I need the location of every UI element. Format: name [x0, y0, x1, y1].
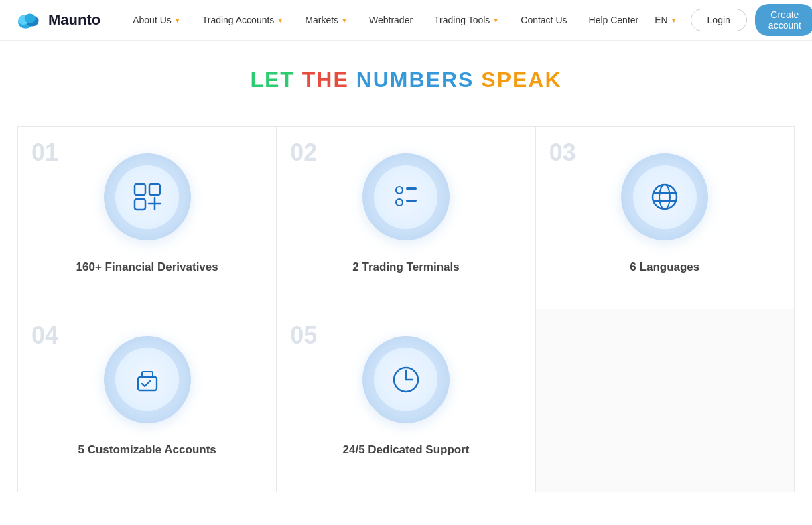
stats-top-row: 01 160+ Financial Derivatives 02	[17, 126, 795, 309]
stat-label-4: 5 Customizable Accounts	[78, 442, 216, 458]
stat-icon-inner-4	[115, 348, 179, 411]
stat-cell-3: 03 6 Languages	[536, 127, 795, 309]
title-let: LET	[250, 68, 294, 92]
stat-label-2: 2 Trading Terminals	[352, 259, 459, 275]
nav-help-center[interactable]: Help Center	[578, 0, 650, 41]
checklist-icon	[129, 361, 166, 398]
grid-plus-icon	[129, 179, 165, 215]
clock-icon	[387, 361, 425, 398]
stat-number-2: 02	[290, 139, 317, 167]
stat-icon-inner-3	[633, 165, 697, 229]
title-the: THE	[302, 68, 349, 92]
title-speak: SPEAK	[481, 68, 561, 92]
nav-about-us[interactable]: About Us ▼	[122, 0, 192, 41]
stat-icon-outer-4	[104, 336, 191, 423]
stat-icon-outer-3	[621, 153, 708, 240]
stat-icon-outer-2	[362, 153, 450, 240]
stat-label-3: 6 Languages	[630, 259, 699, 275]
svg-rect-12	[406, 200, 417, 202]
stat-icon-inner-1	[115, 165, 179, 229]
stat-cell-1: 01 160+ Financial Derivatives	[18, 127, 277, 309]
nav-markets[interactable]: Markets ▼	[294, 0, 358, 41]
logo[interactable]: Maunto	[16, 10, 100, 30]
stat-icon-inner-2	[374, 165, 437, 229]
stat-number-3: 03	[549, 139, 576, 167]
brand-name: Maunto	[48, 11, 100, 29]
svg-rect-5	[149, 184, 160, 195]
logo-icon	[16, 10, 43, 30]
nav-webtrader[interactable]: Webtrader	[358, 0, 423, 41]
svg-rect-10	[406, 188, 417, 190]
user-list-icon	[387, 178, 425, 216]
stat-cell-4: 04 5 Customizable Accounts	[18, 309, 277, 492]
trading-tools-chevron-icon: ▼	[492, 17, 499, 24]
stat-icon-outer-5	[362, 336, 450, 423]
markets-chevron-icon: ▼	[341, 17, 348, 24]
language-selector[interactable]: EN ▼	[649, 15, 682, 25]
navbar: Maunto About Us ▼ Trading Accounts ▼ Mar…	[0, 0, 812, 41]
nav-links: About Us ▼ Trading Accounts ▼ Markets ▼ …	[122, 0, 649, 41]
about-us-chevron-icon: ▼	[174, 17, 181, 24]
stat-cell-2: 02 2 Trading Terminals	[277, 127, 535, 309]
svg-rect-18	[142, 372, 153, 377]
section-title: LET THE NUMBERS SPEAK	[17, 68, 795, 92]
trading-accounts-chevron-icon: ▼	[277, 17, 283, 24]
svg-point-13	[653, 185, 677, 209]
stat-cell-5: 05 24/5 Dedicated Support	[277, 309, 535, 492]
svg-point-3	[25, 13, 36, 23]
main-content: LET THE NUMBERS SPEAK 01	[4, 41, 808, 519]
create-account-button[interactable]: Create account	[755, 4, 812, 36]
svg-point-11	[396, 199, 403, 206]
stat-icon-outer-1	[104, 153, 191, 240]
stat-number-5: 05	[290, 321, 317, 350]
stat-number-1: 01	[31, 139, 58, 167]
stat-number-4: 04	[31, 321, 58, 350]
stat-label-1: 160+ Financial Derivatives	[76, 259, 218, 275]
nav-trading-tools[interactable]: Trading Tools ▼	[423, 0, 510, 41]
stat-label-5: 24/5 Dedicated Support	[343, 442, 470, 458]
stats-bottom-row: 04 5 Customizable Accounts 05	[17, 309, 795, 492]
stat-cell-empty	[536, 309, 795, 492]
svg-rect-4	[135, 184, 145, 195]
svg-point-14	[659, 185, 670, 209]
title-numbers: NUMBERS	[356, 68, 474, 92]
svg-point-9	[396, 187, 403, 194]
login-button[interactable]: Login	[691, 9, 747, 31]
nav-trading-accounts[interactable]: Trading Accounts ▼	[192, 0, 295, 41]
globe-icon	[646, 178, 683, 216]
nav-right: EN ▼ Login Create account	[649, 4, 812, 36]
nav-contact-us[interactable]: Contact Us	[510, 0, 578, 41]
stat-icon-inner-5	[374, 348, 437, 411]
lang-chevron-icon: ▼	[671, 17, 677, 24]
svg-rect-6	[135, 199, 145, 210]
